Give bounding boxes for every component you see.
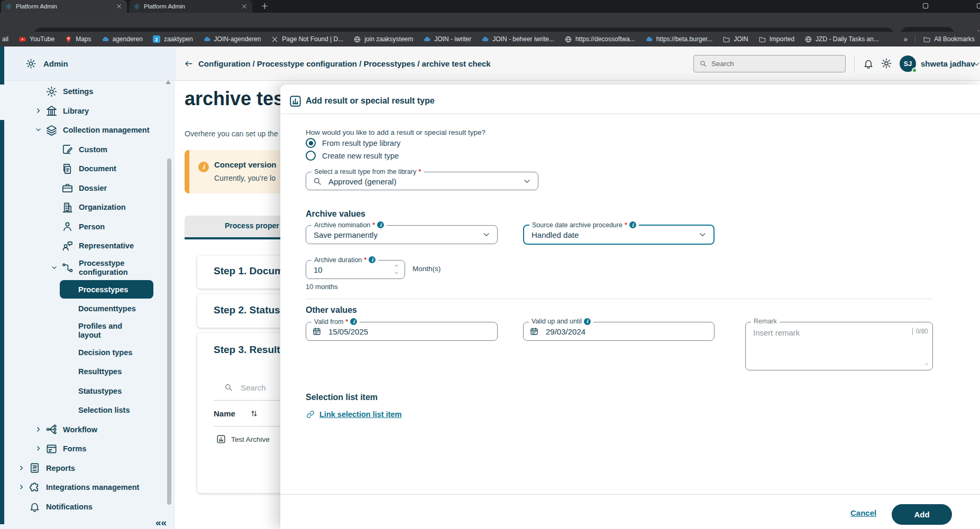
sidebar-scrollbar[interactable]	[167, 159, 171, 505]
sidebar-item-statustypes[interactable]: Statustypes	[0, 382, 174, 401]
sidebar-item-workflow[interactable]: Workflow	[0, 420, 174, 440]
close-icon[interactable]	[241, 3, 248, 10]
window-restore-icon[interactable]	[923, 3, 928, 8]
archive-nomination-select[interactable]: Archive nomination*i Save permanently	[306, 225, 498, 244]
chevron-down-icon[interactable]	[698, 230, 707, 239]
sidebar-item-dossier[interactable]: Dossier	[0, 179, 174, 198]
chevron-down-icon[interactable]	[49, 263, 59, 273]
bookmark-ail[interactable]: ail	[2, 35, 8, 43]
bookmark-join-agenderen[interactable]: JOIN-agenderen	[203, 35, 261, 43]
chevron-spacer	[49, 163, 59, 174]
back-arrow-icon[interactable]	[184, 59, 194, 69]
table-search-input[interactable]: Search	[241, 383, 266, 392]
sidebar-item-collection-management[interactable]: Collection management	[0, 120, 174, 140]
bookmark-page-not-found-d[interactable]: Page Not Found | D...	[271, 35, 343, 43]
new-tab-icon[interactable]	[260, 2, 269, 11]
tab-process-properties[interactable]: Process proper	[225, 221, 279, 230]
chevron-right-icon[interactable]	[33, 443, 43, 454]
library-select[interactable]: Select a result type from the library* A…	[306, 172, 538, 190]
sidebar-item-settings[interactable]: Settings	[0, 82, 174, 101]
bookmark-join-iwriter[interactable]: JOIN - iwriter	[423, 35, 471, 43]
calendar-icon[interactable]	[529, 327, 539, 336]
radio-from-library[interactable]: From result type library	[306, 138, 400, 148]
browser-tab-2[interactable]: Platform Admin	[129, 0, 252, 13]
sort-icon[interactable]	[250, 409, 259, 418]
settings-gear-icon[interactable]	[881, 58, 892, 69]
chevron-right-icon[interactable]	[16, 463, 26, 474]
sidebar-item-document[interactable]: Document	[0, 159, 174, 179]
bookmark-label: Page Not Found | D...	[282, 35, 343, 43]
cancel-button[interactable]: Cancel	[850, 508, 876, 517]
bookmark-join-beheer-iwrite[interactable]: JOIN - beheer iwrite...	[481, 35, 554, 43]
radio-selected-icon[interactable]	[306, 138, 316, 148]
required-asterisk: *	[418, 168, 421, 175]
bookmark-imported[interactable]: Imported	[758, 35, 794, 43]
bookmark-maps[interactable]: Maps	[65, 35, 91, 43]
chevron-right-icon[interactable]	[33, 106, 43, 116]
radio-create-new[interactable]: Create new result type	[306, 151, 399, 161]
spinner-up-icon[interactable]	[393, 262, 400, 269]
chevron-down-icon[interactable]	[482, 230, 491, 239]
left-accent-strip	[0, 120, 4, 524]
sidebar-item-decision-types[interactable]: Decision types	[0, 343, 174, 363]
global-search-input[interactable]: Search	[693, 55, 846, 72]
sidebar-item-resulttypes[interactable]: Resulttypes	[0, 362, 174, 382]
notice-accent-bar	[185, 150, 189, 193]
sidebar-item-documenttypes[interactable]: Documenttypes	[0, 299, 174, 319]
sidebar-collapse-button[interactable]: ««	[155, 517, 167, 528]
radio-unselected-icon[interactable]	[306, 151, 316, 161]
valid-until-date-field[interactable]: Valid up and untili 29/03/2024	[523, 322, 715, 341]
sidebar-item-processtypes[interactable]: Processtypes	[0, 280, 174, 300]
chevron-right-icon[interactable]	[16, 482, 26, 493]
sidebar-item-profiles-and-layout[interactable]: Profiles and layout	[0, 319, 174, 343]
sidebar-item-notifications[interactable]: Notifications	[0, 497, 174, 517]
notifications-bell-icon[interactable]	[863, 58, 874, 69]
sidebar-item-custom[interactable]: Custom	[0, 140, 174, 160]
spinner-down-icon[interactable]	[393, 270, 400, 276]
window-control-icon[interactable]	[977, 3, 980, 8]
person-icon	[61, 220, 74, 233]
bookmarks-overflow-icon[interactable]: »	[904, 35, 908, 43]
chevron-down-icon[interactable]	[973, 60, 980, 68]
bookmark-join[interactable]: JOIN	[722, 35, 748, 43]
notice-body: Currently, you're lo	[214, 174, 276, 182]
archive-duration-stepper[interactable]: Archive duration*i 10	[306, 260, 405, 279]
chevron-right-icon[interactable]	[33, 424, 43, 435]
bookmark-agenderen[interactable]: agenderen	[102, 35, 143, 43]
bookmark-zaaktypen[interactable]: zzaaktypen	[153, 35, 193, 43]
all-bookmarks-button[interactable]: All Bookmarks	[923, 35, 975, 43]
remark-textarea[interactable]: Remark Insert remark 0/80	[745, 322, 933, 370]
close-icon[interactable]	[115, 3, 123, 10]
sidebar-item-integrations-management[interactable]: Integrations management	[0, 478, 174, 497]
sidebar-item-library[interactable]: Library	[0, 101, 174, 121]
valid-from-date-field[interactable]: Valid from*i 15/05/2025	[306, 322, 498, 341]
sidebar-item-processtype-configuration[interactable]: Processtype configuration	[0, 256, 174, 280]
source-date-procedure-select[interactable]: Source date archive procedure*i Handled …	[523, 225, 715, 245]
link-selection-list-item[interactable]: Link selection list item	[306, 410, 402, 419]
bookmark-youtube[interactable]: YouTube	[19, 35, 54, 43]
avatar[interactable]: SJ	[900, 55, 916, 72]
sidebar-item-person[interactable]: Person	[0, 217, 174, 237]
sidebar-item-organization[interactable]: Organization	[0, 198, 174, 217]
bookmarks-bar: ailYouTubeMapsagenderenzzaaktypenJOIN-ag…	[0, 32, 980, 47]
chevron-spacer	[49, 202, 59, 212]
sidebar-scroll-up-icon[interactable]	[166, 80, 171, 84]
bookmark-https-decossoftwa[interactable]: https://decossoftwa...	[564, 35, 635, 43]
sidebar-item-representative[interactable]: Representative	[0, 236, 174, 256]
resize-handle-icon[interactable]	[925, 363, 931, 368]
calendar-icon[interactable]	[312, 327, 322, 336]
info-icon: i	[629, 221, 636, 228]
sidebar-item-selection-lists[interactable]: Selection lists	[0, 401, 174, 420]
table-row[interactable]: Test Archive	[231, 435, 270, 443]
add-button[interactable]: Add	[892, 504, 952, 525]
browser-tab-1[interactable]: Platform Admin	[1, 0, 127, 13]
sidebar-item-reports[interactable]: Reports	[0, 459, 174, 478]
chevron-down-icon[interactable]	[523, 177, 532, 185]
sidebar-item-forms[interactable]: Forms	[0, 439, 174, 459]
name-column-header[interactable]: Name	[214, 409, 235, 418]
bookmark-jzd-daily-tasks-an[interactable]: JZD - Daily Tasks an...	[804, 35, 879, 43]
chevron-spacer	[16, 502, 26, 512]
chevron-down-icon[interactable]	[33, 125, 43, 135]
bookmark-https-beta-burger[interactable]: https://beta.burger...	[645, 35, 713, 43]
bookmark-join-zaaksysteem[interactable]: join zaaksysteem	[353, 35, 413, 43]
